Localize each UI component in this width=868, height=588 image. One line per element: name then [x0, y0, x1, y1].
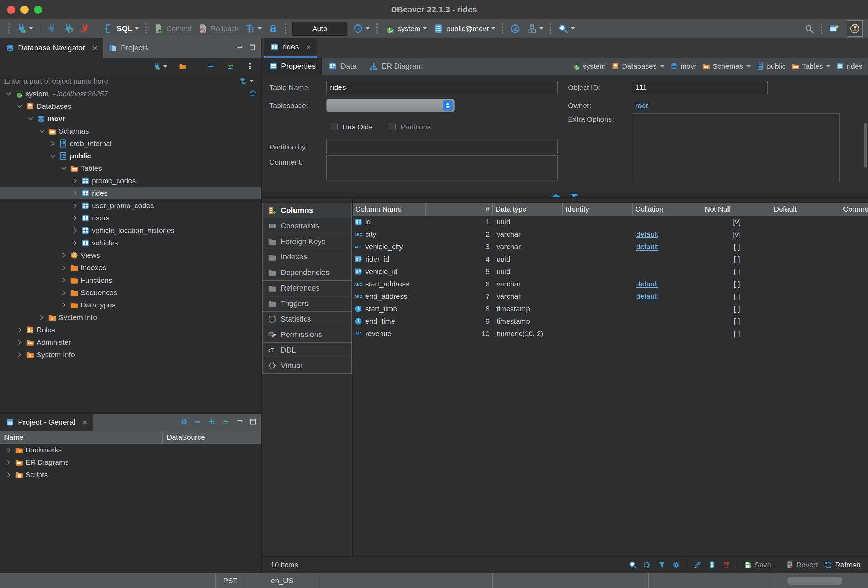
user-avatar[interactable]	[847, 21, 863, 37]
edit-column-button[interactable]	[693, 561, 701, 569]
column-header-datasource[interactable]: DataSource	[162, 431, 261, 444]
grid-column-header-not-null[interactable]: Not Null	[702, 203, 771, 216]
tree-item-vehicles[interactable]: vehicles	[0, 237, 261, 249]
form-grid-splitter[interactable]	[263, 193, 868, 198]
tree-item-users[interactable]: users	[0, 212, 261, 224]
has-oids-checkbox[interactable]	[330, 123, 338, 130]
add-folder-button[interactable]	[177, 59, 188, 74]
refresh-button[interactable]: Refresh	[824, 561, 861, 569]
tree-item-databases[interactable]: Databases	[0, 100, 261, 112]
grid-search-button[interactable]	[629, 561, 637, 569]
panel-maximize-button[interactable]	[248, 43, 257, 53]
editor-tab-rides[interactable]: rides×	[264, 38, 317, 57]
tree-item-functions[interactable]: Functions	[0, 274, 261, 286]
delete-column-button[interactable]	[722, 561, 731, 569]
grid-settings-button[interactable]	[672, 561, 681, 569]
filter-settings-button[interactable]	[237, 74, 255, 89]
tree-item-scripts[interactable]: Scripts	[0, 469, 261, 481]
grid-row-city[interactable]: ABCcity2varchardefault[v]	[353, 228, 868, 240]
panel-minimize-button[interactable]	[235, 43, 244, 53]
tree-item-user-promo-codes[interactable]: user_promo_codes	[0, 199, 261, 212]
tree-item-data-types[interactable]: Data types	[0, 299, 261, 311]
status-timezone[interactable]: PST	[216, 573, 245, 588]
active-datasource-button[interactable]: system	[383, 21, 428, 36]
panel-maximize-button[interactable]	[249, 417, 257, 427]
side-tab-columns[interactable]: Columns	[263, 203, 352, 218]
collapse-all-button[interactable]	[194, 417, 202, 427]
data-search-button[interactable]	[557, 21, 576, 36]
grid-column-header-collation[interactable]: Collation	[633, 203, 702, 216]
tree-item-schemas[interactable]: Schemas	[0, 125, 261, 137]
link-with-editor-button[interactable]	[221, 417, 230, 427]
status-scrollbar-thumb[interactable]	[787, 576, 843, 585]
active-schema-button[interactable]: public@movr	[432, 21, 497, 36]
open-new-window-button[interactable]	[828, 21, 841, 36]
side-tab-permissions[interactable]: Permissions	[263, 327, 352, 343]
project-settings-button[interactable]	[180, 417, 188, 427]
side-tab-indexes[interactable]: Indexes	[263, 249, 352, 265]
tree-item-administer[interactable]: Administer	[0, 336, 261, 349]
form-scrollbar[interactable]	[864, 123, 867, 168]
tree-item-system-info[interactable]: System Info	[0, 311, 261, 324]
add-connection-button[interactable]	[151, 59, 169, 74]
tree-item-views[interactable]: Views	[0, 249, 261, 262]
tab-projects[interactable]: Projects	[103, 38, 154, 58]
grid-row-end-address[interactable]: ABCend_address7varchardefault[ ]	[353, 290, 868, 303]
close-icon[interactable]: ×	[92, 43, 97, 52]
breadcrumb-public[interactable]: public	[756, 62, 786, 71]
collapse-down-icon[interactable]	[570, 194, 579, 197]
close-icon[interactable]: ×	[82, 418, 87, 427]
tree-item-bookmarks[interactable]: Bookmarks	[0, 444, 261, 456]
grid-column-header-default[interactable]: Default	[771, 203, 840, 216]
status-locale[interactable]: en_US	[245, 573, 319, 588]
grid-column-header-data-type[interactable]: Data type	[493, 203, 563, 216]
commit-mode-select[interactable]: Auto	[292, 22, 347, 35]
grid-column-header-column-name[interactable]: Column Name	[353, 203, 426, 216]
tree-item-roles[interactable]: Roles	[0, 324, 261, 336]
breadcrumb-databases[interactable]: Databases	[611, 62, 664, 71]
subtab-er-diagram[interactable]: ER Diagram	[363, 58, 429, 75]
open-dashboard-button[interactable]	[509, 21, 522, 36]
tree-item-public[interactable]: public	[0, 150, 261, 162]
breadcrumb-schemas[interactable]: Schemas	[702, 62, 751, 71]
tree-item-system-info[interactable]: System Info	[0, 349, 261, 361]
side-tab-dependencies[interactable]: Dependencies	[263, 265, 352, 280]
tab-database-navigator[interactable]: Database Navigator×	[0, 38, 103, 58]
tree-item-rides[interactable]: rides	[0, 187, 261, 199]
side-tab-ddl[interactable]: TDDL	[263, 342, 352, 358]
side-tab-statistics[interactable]: iStatistics	[263, 311, 352, 327]
transaction-log-button[interactable]	[351, 21, 371, 36]
grid-column-header-[interactable]: #	[426, 203, 493, 216]
collation-link[interactable]: default	[636, 243, 658, 251]
grid-row-vehicle-city[interactable]: ABCvehicle_city3varchardefault[ ]	[353, 240, 868, 253]
side-tab-references[interactable]: References	[263, 280, 352, 296]
disconnect-button[interactable]	[78, 21, 92, 36]
collapse-up-icon[interactable]	[552, 194, 561, 197]
partitions-checkbox[interactable]	[388, 123, 396, 130]
owner-link[interactable]: root	[635, 102, 648, 110]
tree-item-er-diagrams[interactable]: ER Diagrams	[0, 456, 261, 469]
side-tab-constraints[interactable]: Constraints	[263, 218, 352, 234]
object-id-input[interactable]	[632, 81, 768, 94]
tree-item-system[interactable]: system - localhost:26257	[0, 88, 261, 100]
sql-editor-button[interactable]: SQL	[102, 21, 140, 36]
collation-link[interactable]: default	[636, 292, 658, 301]
comment-textarea[interactable]	[326, 155, 558, 180]
reconnect-button[interactable]	[62, 21, 75, 36]
view-menu-button[interactable]	[244, 59, 255, 74]
grid-column-header-identity[interactable]: Identity	[563, 203, 633, 216]
partition-by-input[interactable]	[326, 140, 558, 153]
expand-all-button[interactable]	[208, 417, 216, 427]
grid-row-id[interactable]: id1uuid[v]	[353, 216, 868, 228]
tree-item-sequences[interactable]: Sequences	[0, 286, 261, 299]
extra-options-textarea[interactable]	[632, 113, 840, 182]
tree-item-crdb-internal[interactable]: crdb_internal	[0, 137, 261, 150]
connection-lock-button[interactable]	[267, 21, 280, 36]
compare-data-button[interactable]	[525, 21, 545, 36]
side-tab-triggers[interactable]: Triggers	[263, 296, 352, 312]
refresh-structure-button[interactable]	[643, 561, 651, 569]
collation-link[interactable]: default	[636, 280, 658, 288]
panel-minimize-button[interactable]	[235, 417, 244, 427]
grid-column-header-comment[interactable]: Comment	[840, 203, 868, 216]
grid-row-revenue[interactable]: 123revenue10numeric(10, 2)[ ]	[353, 327, 868, 340]
